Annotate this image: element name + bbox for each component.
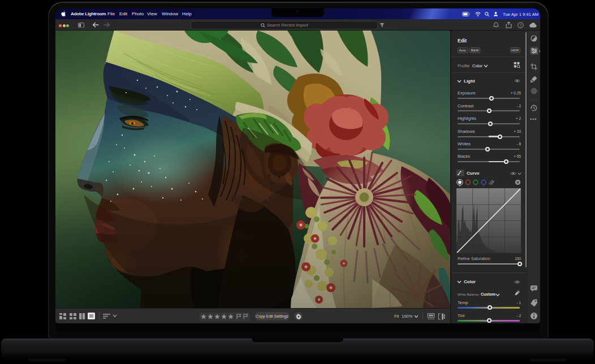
svg-text:?: ? [519,23,521,27]
